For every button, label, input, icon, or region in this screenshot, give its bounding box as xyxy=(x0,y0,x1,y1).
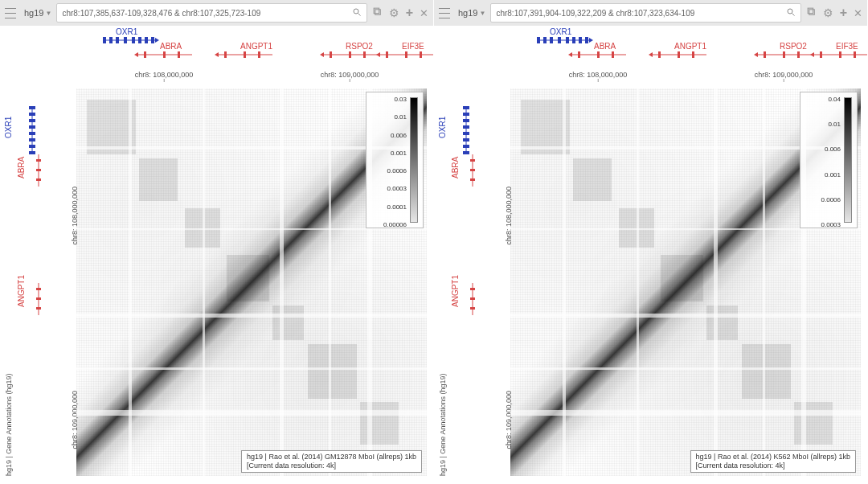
copy-icon[interactable] xyxy=(806,6,817,19)
gene-glyph-red[interactable]: EIF3E xyxy=(378,43,433,61)
svg-text:OXR1: OXR1 xyxy=(550,27,572,36)
coord-input[interactable]: chr8:107,385,637-109,328,476 & chr8:107,… xyxy=(56,3,366,23)
gene-glyph-red-v[interactable]: ANGPT1 xyxy=(17,275,41,315)
svg-rect-76 xyxy=(692,51,694,58)
gene-glyph-red[interactable]: EIF3E xyxy=(812,43,867,61)
search-icon[interactable] xyxy=(786,7,796,18)
svg-text:ABRA: ABRA xyxy=(594,42,616,51)
svg-rect-104 xyxy=(470,288,475,290)
gene-glyph-red[interactable]: ABRA xyxy=(570,43,634,61)
svg-rect-38 xyxy=(29,125,35,129)
svg-rect-101 xyxy=(470,178,475,181)
svg-rect-64 xyxy=(572,37,575,43)
assembly-select[interactable]: hg19▼ xyxy=(24,8,51,18)
svg-text:ANGPT1: ANGPT1 xyxy=(451,275,460,307)
svg-rect-91 xyxy=(463,119,469,122)
hic-panel-1: hg19▼chr8:107,391,904-109,322,209 & chr8… xyxy=(434,0,868,484)
axis-left: chr8: 108,000,000chr8: 109,000,000 xyxy=(44,90,75,476)
plus-icon[interactable]: + xyxy=(406,6,413,20)
search-icon[interactable] xyxy=(352,7,362,18)
svg-rect-51 xyxy=(36,297,41,300)
svg-rect-90 xyxy=(463,113,469,116)
dataset-label: hg19 | Rao et al. (2014) GM12878 MboI (a… xyxy=(241,450,422,474)
svg-text:OXR1: OXR1 xyxy=(116,27,138,36)
toolbar-icons: ⚙+✕ xyxy=(372,6,428,20)
svg-rect-93 xyxy=(463,132,469,135)
svg-rect-52 xyxy=(36,307,41,310)
white-streak-h xyxy=(76,367,427,370)
svg-rect-25 xyxy=(330,51,332,58)
menu-icon[interactable] xyxy=(5,6,19,20)
gene-glyph-red[interactable]: RSPO2 xyxy=(755,43,820,61)
svg-rect-56 xyxy=(809,10,814,15)
close-icon[interactable]: ✕ xyxy=(854,7,862,19)
svg-rect-80 xyxy=(783,51,785,58)
coord-input-text: chr8:107,391,904-109,322,209 & chr8:107,… xyxy=(496,9,694,18)
svg-rect-31 xyxy=(405,51,407,58)
svg-rect-106 xyxy=(470,307,475,310)
colorbar-tick: 0.001 xyxy=(825,171,841,178)
svg-rect-50 xyxy=(36,288,41,290)
menu-icon[interactable] xyxy=(439,6,453,20)
colorbar-tick: 0.04 xyxy=(828,96,841,103)
svg-rect-16 xyxy=(163,51,166,58)
svg-line-1 xyxy=(358,14,360,16)
gene-glyph-red[interactable]: ANGPT1 xyxy=(216,43,280,61)
gene-glyph-red-v[interactable]: ANGPT1 xyxy=(451,275,475,315)
assembly-select[interactable]: hg19▼ xyxy=(458,8,485,18)
plus-icon[interactable]: + xyxy=(840,6,847,20)
svg-rect-84 xyxy=(820,51,822,58)
svg-rect-85 xyxy=(839,51,841,58)
colorbar-tick: 0.03 xyxy=(394,96,407,103)
viz-area: OXR1ABRAANGPT1RSPO2EIF3Echr8: 108,000,00… xyxy=(434,26,867,484)
close-icon[interactable]: ✕ xyxy=(420,7,428,19)
chevron-down-icon: ▼ xyxy=(45,10,51,17)
svg-rect-96 xyxy=(463,151,469,154)
svg-rect-65 xyxy=(579,37,582,43)
svg-text:ANGPT1: ANGPT1 xyxy=(240,42,272,51)
svg-rect-105 xyxy=(470,297,475,300)
colorbar-tick: 0.01 xyxy=(394,113,407,121)
gene-glyph-blue-v[interactable]: OXR1 xyxy=(4,106,35,154)
heatmap[interactable]: 0.040.010.0060.0010.00060.0003hg19 | Rao… xyxy=(510,88,861,476)
gene-glyph-red-v[interactable]: ABRA xyxy=(451,154,475,187)
colorbar-tick: 0.01 xyxy=(828,121,841,128)
svg-rect-69 xyxy=(578,51,580,58)
gene-glyph-red[interactable]: ANGPT1 xyxy=(650,43,714,61)
svg-rect-75 xyxy=(678,51,680,58)
svg-rect-62 xyxy=(558,37,561,43)
svg-rect-8 xyxy=(124,37,127,43)
copy-icon[interactable] xyxy=(372,6,383,19)
colorbar-tick: 0.0006 xyxy=(821,196,841,203)
tad xyxy=(227,255,268,301)
svg-rect-32 xyxy=(420,51,422,58)
svg-rect-11 xyxy=(145,37,148,43)
white-streak-h xyxy=(510,410,861,416)
svg-rect-81 xyxy=(797,51,800,58)
gear-icon[interactable]: ⚙ xyxy=(389,6,399,19)
svg-rect-21 xyxy=(244,51,246,58)
panel-toolbar: hg19▼chr8:107,385,637-109,328,476 & chr8… xyxy=(0,0,433,26)
white-streak-h xyxy=(510,367,861,370)
svg-text:ANGPT1: ANGPT1 xyxy=(674,42,706,51)
coord-input[interactable]: chr8:107,391,904-109,322,209 & chr8:107,… xyxy=(490,3,800,23)
svg-rect-7 xyxy=(116,37,119,43)
gene-glyph-blue-v[interactable]: OXR1 xyxy=(438,106,469,154)
gene-glyph-red[interactable]: ABRA xyxy=(136,43,200,61)
left-track-label: hg19 | Gene Annotations (hg19) xyxy=(439,374,447,476)
svg-rect-2 xyxy=(375,10,380,15)
white-streak-v xyxy=(203,88,205,476)
gene-track-top: OXR1ABRAANGPT1RSPO2EIF3E xyxy=(76,27,427,64)
white-streak-h xyxy=(510,314,861,318)
gene-track-top: OXR1ABRAANGPT1RSPO2EIF3E xyxy=(510,27,861,64)
svg-rect-99 xyxy=(470,159,475,162)
gene-glyph-red[interactable]: RSPO2 xyxy=(321,43,386,61)
gene-glyph-red-v[interactable]: ABRA xyxy=(17,154,41,187)
gear-icon[interactable]: ⚙ xyxy=(823,6,833,19)
dataset-label-line1: hg19 | Rao et al. (2014) K562 MboI (allr… xyxy=(696,453,850,461)
white-streak-v xyxy=(280,88,284,476)
white-streak-v xyxy=(763,88,765,476)
heatmap[interactable]: 0.030.010.0060.0010.00060.00030.00010.00… xyxy=(76,88,427,476)
assembly-label: hg19 xyxy=(24,8,43,18)
svg-rect-94 xyxy=(463,138,469,142)
